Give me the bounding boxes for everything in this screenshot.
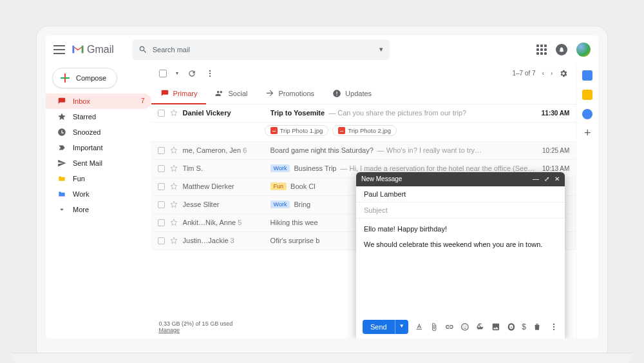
notifications-icon[interactable]	[556, 44, 567, 55]
email-checkbox[interactable]	[158, 147, 165, 154]
addons-plus-icon[interactable]: +	[584, 128, 591, 137]
confidential-icon[interactable]	[507, 322, 516, 331]
emoji-icon[interactable]	[460, 322, 469, 331]
product-name: Gmail	[87, 44, 114, 55]
category-tabs: PrimarySocialPromotionsUpdates	[151, 83, 576, 104]
email-checkbox[interactable]	[158, 237, 165, 244]
email-checkbox[interactable]	[158, 201, 165, 208]
delete-draft-icon[interactable]	[533, 322, 542, 331]
compose-more-icon[interactable]	[549, 322, 558, 331]
tasks-icon[interactable]	[582, 109, 592, 119]
email-sender: Ankit…Nik, Anne 5	[183, 219, 265, 226]
svg-point-1	[209, 72, 210, 74]
refresh-icon[interactable]	[187, 69, 196, 78]
star-icon[interactable]	[170, 109, 178, 117]
email-checkbox[interactable]	[158, 165, 165, 172]
plus-icon	[59, 72, 71, 84]
compose-button[interactable]: Compose	[52, 68, 117, 88]
attachment-chip[interactable]: Trip Photo 1.jpg	[265, 125, 329, 136]
nav-label: Work	[73, 190, 89, 198]
star-icon[interactable]	[170, 237, 178, 244]
sidebar-item-sent-mail[interactable]: Sent Mail	[46, 155, 151, 171]
inbox-icon	[57, 97, 66, 106]
close-icon[interactable]: ✕	[554, 175, 560, 182]
compose-body[interactable]: Ello mate! Happy birthday! We should cel…	[356, 219, 565, 315]
attachment-chip[interactable]: Trip Photo 2.jpg	[332, 125, 397, 136]
compose-label: Compose	[76, 74, 106, 82]
compose-window: New Message — ⤢ ✕ Paul Lambert Subject E…	[356, 172, 565, 338]
tab-promotions[interactable]: Promotions	[256, 83, 323, 104]
compose-to-field[interactable]: Paul Lambert	[356, 186, 565, 202]
apps-icon[interactable]	[536, 44, 547, 55]
email-checkbox[interactable]	[158, 110, 165, 117]
svg-point-8	[553, 328, 554, 329]
sidebar-item-snoozed[interactable]: Snoozed	[46, 124, 151, 140]
next-page-icon[interactable]: ›	[551, 70, 553, 77]
email-row[interactable]: Daniel VickeryTrip to Yosemite — Can you…	[151, 104, 576, 123]
expand-icon[interactable]: ⤢	[544, 175, 549, 182]
email-checkbox[interactable]	[158, 183, 165, 190]
email-time: 11:30 AM	[540, 110, 569, 117]
email-subject: WorkBusiness Trip — Hi, I made a reserva…	[270, 164, 535, 172]
sidebar-item-starred[interactable]: Starred	[46, 109, 151, 124]
email-sender: me, Cameron, Jen 6	[183, 146, 265, 154]
email-checkbox[interactable]	[158, 219, 165, 226]
sidebar-item-more[interactable]: More	[46, 202, 151, 217]
search-icon	[138, 45, 147, 54]
select-all-checkbox[interactable]	[159, 70, 167, 77]
keep-icon[interactable]	[582, 90, 592, 100]
image-icon[interactable]	[491, 322, 500, 331]
sidebar-item-fun[interactable]: Fun	[46, 171, 151, 186]
nav-label: Fun	[73, 175, 85, 182]
email-label: Work	[270, 164, 290, 172]
drive-icon[interactable]	[476, 322, 485, 331]
email-sender: Matthew Dierker	[183, 182, 265, 190]
compose-header[interactable]: New Message — ⤢ ✕	[356, 172, 565, 186]
star-icon[interactable]	[170, 164, 178, 172]
send-options-icon[interactable]: ▼	[395, 320, 408, 334]
sidebar-item-work[interactable]: Work	[46, 186, 151, 202]
search-options-icon[interactable]: ▾	[379, 45, 383, 54]
tab-primary[interactable]: Primary	[151, 83, 207, 104]
money-icon[interactable]: $	[522, 322, 526, 331]
tab-social[interactable]: Social	[206, 83, 256, 104]
svg-point-3	[462, 323, 468, 329]
sidebar-item-important[interactable]: Important	[46, 140, 151, 155]
tab-icon	[332, 89, 341, 98]
star-icon[interactable]	[170, 146, 178, 154]
star-icon[interactable]	[170, 219, 178, 226]
send-button[interactable]: Send	[363, 320, 395, 334]
email-time: 10:25 AM	[540, 147, 569, 154]
attach-icon[interactable]	[430, 322, 439, 331]
tab-updates[interactable]: Updates	[323, 83, 381, 104]
minimize-icon[interactable]: —	[533, 175, 539, 182]
nav-label: Snoozed	[73, 128, 100, 136]
email-label: Work	[270, 201, 290, 208]
page-info: 1–7 of 7	[512, 70, 535, 77]
send-icon	[57, 159, 66, 168]
email-sender: Justin…Jackie 3	[183, 237, 265, 244]
settings-icon[interactable]	[559, 69, 568, 78]
account-avatar[interactable]	[576, 43, 591, 57]
more-icon[interactable]	[205, 69, 214, 78]
search-bar[interactable]: Search mail ▾	[132, 39, 390, 60]
svg-point-4	[464, 326, 464, 326]
star-icon[interactable]	[170, 201, 178, 208]
calendar-icon[interactable]	[582, 70, 592, 81]
menu-icon[interactable]	[53, 45, 65, 54]
select-dropdown-icon[interactable]: ▾	[176, 70, 178, 76]
prev-page-icon[interactable]: ‹	[542, 70, 544, 77]
svg-point-2	[209, 75, 210, 76]
nav-label: Important	[73, 144, 102, 152]
email-subject: Board game night this Saturday? — Who's …	[270, 146, 535, 154]
link-icon[interactable]	[445, 322, 454, 331]
format-icon[interactable]	[415, 322, 424, 331]
star-icon[interactable]	[170, 182, 178, 190]
laptop-base	[12, 353, 632, 364]
email-row[interactable]: me, Cameron, Jen 6Board game night this …	[151, 142, 576, 160]
right-rail: +	[576, 64, 598, 338]
svg-point-7	[553, 326, 554, 327]
compose-subject-field[interactable]: Subject	[356, 202, 565, 219]
sidebar-item-inbox[interactable]: Inbox7	[46, 93, 151, 109]
nav-label: More	[73, 206, 89, 213]
